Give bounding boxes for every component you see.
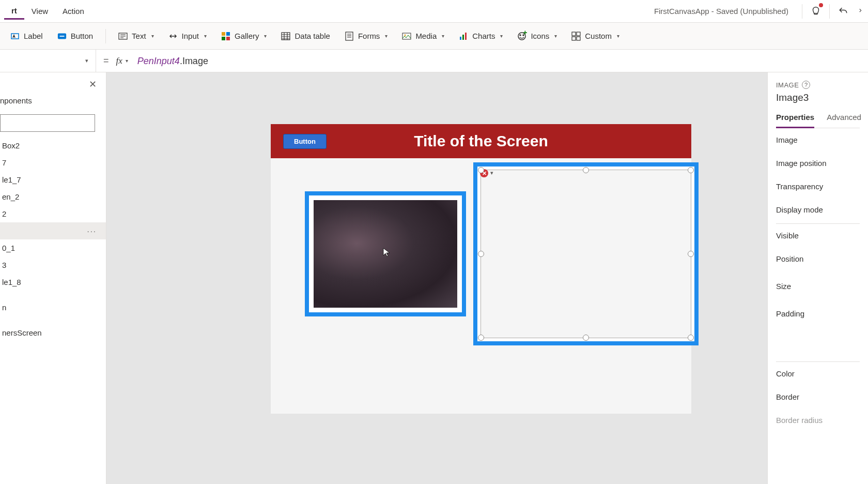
chevron-down-icon[interactable]: ▾ [490,170,493,176]
svg-point-11 [405,34,406,36]
tree-item[interactable]: nersScreen [0,324,106,341]
formula-input[interactable]: fx ▾ PenInput4.Image [116,50,868,72]
prop-position[interactable]: Position [776,247,860,270]
image-control-1[interactable] [305,191,466,316]
svg-rect-10 [402,33,411,39]
insert-media-dropdown[interactable]: Media▾ [396,28,451,44]
tree-item[interactable]: le1_7 [0,171,106,188]
svg-rect-4 [222,32,225,36]
custom-icon [571,32,581,41]
search-input[interactable] [0,114,95,132]
divider [802,4,802,19]
prop-image-position[interactable]: Image position [776,152,860,175]
control-name[interactable]: Image3 [776,92,860,103]
svg-rect-2 [59,36,64,37]
svg-rect-6 [222,37,225,40]
header-button[interactable]: Button [283,134,327,149]
prop-border[interactable]: Border [776,385,860,409]
resize-handle[interactable] [583,167,589,173]
insert-gallery-dropdown[interactable]: Gallery▾ [215,28,273,44]
text-icon [118,32,128,41]
tree-search[interactable] [0,114,106,132]
insert-input-dropdown[interactable]: Input▾ [162,28,213,44]
datatable-icon [281,32,290,41]
control-type-label: IMAGE ? [776,81,860,89]
tree-item[interactable]: 0_1 [0,239,106,256]
media-icon [402,32,411,41]
tree-item[interactable] [0,316,106,324]
resize-handle[interactable] [583,335,589,341]
close-icon[interactable]: ✕ [89,79,97,90]
resize-handle[interactable] [688,167,694,173]
prop-padding[interactable]: Padding [776,298,860,325]
insert-label-button[interactable]: Label [4,28,49,44]
svg-rect-20 [572,37,576,40]
tree-item[interactable]: 3 [0,256,106,274]
redo-icon[interactable] [854,1,864,22]
fx-label: fx [116,56,126,66]
chevron-down-icon: ▾ [500,33,503,39]
prop-transparency[interactable]: Transparency [776,175,860,198]
tree-item[interactable]: n [0,299,106,316]
insert-datatable-button[interactable]: Data table [275,28,336,44]
chevron-down-icon[interactable]: ▾ [126,58,128,64]
screen-title: Title of the Screen [271,132,691,150]
label-text: Label [24,32,43,40]
resize-handle[interactable] [478,335,484,341]
tree-item[interactable]: le1_8 [0,274,106,291]
tree-item[interactable]: ··· [0,222,106,239]
prop-image[interactable]: Image [776,128,860,152]
image-control-selected[interactable]: ✕ ▾ [473,162,699,345]
cursor-icon [383,248,390,257]
icons-icon: + [517,32,526,41]
components-tab[interactable]: nponents [0,94,106,110]
svg-rect-19 [577,32,580,36]
prop-size[interactable]: Size [776,270,860,298]
label-icon [10,32,20,41]
selection-frame[interactable]: ✕ ▾ [481,170,691,338]
prop-display-mode[interactable]: Display mode [776,198,860,221]
screen-header: Button Title of the Screen [271,124,691,158]
prop-border-radius[interactable]: Border radius [776,409,860,432]
properties-tab[interactable]: Properties [776,113,814,128]
insert-custom-dropdown[interactable]: Custom▾ [565,28,626,44]
tree-item[interactable] [0,291,106,299]
help-icon[interactable]: ? [802,81,810,89]
input-icon [168,32,178,41]
prop-color[interactable]: Color [776,362,860,385]
property-selector[interactable]: ▾ [0,50,96,72]
tree-item[interactable]: 2 [0,205,106,222]
insert-button-button[interactable]: Button [51,28,99,44]
resize-handle[interactable] [478,251,484,257]
menu-view[interactable]: View [24,4,55,19]
tree-item[interactable]: Box2 [0,137,106,154]
insert-charts-dropdown[interactable]: Charts▾ [453,28,509,44]
menu-action[interactable]: Action [55,4,91,19]
resize-handle[interactable] [478,167,484,173]
resize-handle[interactable] [688,251,694,257]
tree-item[interactable]: 7 [0,154,106,171]
advanced-tab[interactable]: Advanced [827,113,861,128]
insert-text-dropdown[interactable]: Text▾ [112,28,160,44]
insert-forms-dropdown[interactable]: Forms▾ [338,28,394,44]
properties-panel: IMAGE ? Image3 Properties Advanced Image… [767,72,868,484]
forms-icon [345,32,354,41]
insert-icons-dropdown[interactable]: + Icons▾ [511,28,563,44]
tree-item[interactable]: en_2 [0,188,106,205]
resize-handle[interactable] [688,335,694,341]
more-icon[interactable]: ··· [87,226,97,235]
app-checker-icon[interactable] [805,1,826,22]
prop-visible[interactable]: Visible [776,224,860,247]
button-icon [57,32,67,41]
svg-rect-13 [462,35,464,40]
svg-rect-21 [577,37,580,40]
tree-view-panel: ✕ nponents Box27le1_7en_22···0_13le1_8nn… [0,72,106,484]
svg-rect-5 [226,32,230,36]
undo-icon[interactable] [833,1,854,22]
button-text: Button [71,32,93,40]
image-content [314,200,457,308]
app-screen: Button Title of the Screen ✕ ▾ [271,124,691,414]
chevron-down-icon: ▾ [264,33,267,39]
canvas-area[interactable]: Button Title of the Screen ✕ ▾ [106,72,767,484]
menu-insert[interactable]: rt [4,3,24,20]
